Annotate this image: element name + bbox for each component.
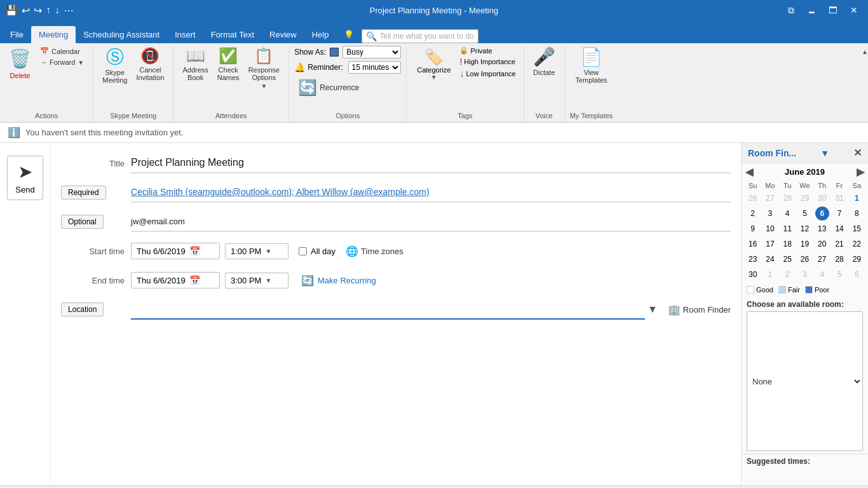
maximize-btn[interactable]: 🗖 — [824, 4, 843, 17]
address-book-button[interactable]: 📖 AddressBook — [179, 46, 212, 84]
cal-cell-1[interactable]: 1 — [850, 191, 864, 205]
check-names-button[interactable]: ✅ CheckNames — [214, 46, 243, 84]
delete-button[interactable]: 🗑️ Delete — [5, 46, 35, 82]
cal-cell-18[interactable]: 18 — [780, 237, 794, 251]
cal-cell-9[interactable]: 9 — [746, 222, 760, 236]
make-recurring-button[interactable]: 🔄 Make Recurring — [301, 274, 376, 287]
recurrence-button[interactable]: 🔄 Recurrence — [294, 76, 363, 99]
cal-cell-2b[interactable]: 2 — [780, 268, 794, 281]
cal-cell-26b[interactable]: 26 — [797, 252, 811, 266]
cal-cell-17[interactable]: 17 — [763, 237, 777, 251]
redo-icon[interactable]: ↪ — [34, 4, 42, 17]
cal-cell-21[interactable]: 21 — [832, 237, 846, 251]
forward-button[interactable]: → Forward ▼ — [36, 57, 88, 67]
cal-cell-2[interactable]: 2 — [746, 207, 760, 220]
undo-icon[interactable]: ↩ — [22, 4, 30, 17]
search-placeholder[interactable]: Tell me what you want to do — [379, 32, 473, 41]
menu-help[interactable]: Help — [304, 26, 337, 43]
up-icon[interactable]: ↑ — [46, 4, 51, 16]
location-dropdown-icon[interactable]: ▼ — [648, 304, 658, 315]
cal-cell-30[interactable]: 30 — [815, 191, 829, 205]
cal-cell-25[interactable]: 25 — [780, 252, 794, 266]
cal-cell-13[interactable]: 13 — [815, 222, 829, 236]
optional-input[interactable]: jw@email.com — [131, 212, 731, 232]
cal-cell-12[interactable]: 12 — [797, 222, 811, 236]
cal-cell-23[interactable]: 23 — [746, 252, 760, 266]
menu-scheduling[interactable]: Scheduling Assistant — [76, 26, 167, 43]
panel-expand-icon[interactable]: ▼ — [820, 148, 829, 158]
cal-cell-11[interactable]: 11 — [780, 222, 794, 236]
cal-cell-3b[interactable]: 3 — [797, 268, 811, 281]
start-time-input[interactable]: 1:00 PM ▼ — [225, 243, 288, 259]
cal-cell-28b[interactable]: 28 — [832, 252, 846, 266]
cal-cell-31[interactable]: 31 — [832, 191, 846, 205]
location-input[interactable] — [131, 299, 645, 320]
menu-review[interactable]: Review — [262, 26, 304, 43]
cal-cell-29[interactable]: 29 — [797, 191, 811, 205]
cancel-invitation-button[interactable]: 📵 CancelInvitation — [132, 46, 168, 84]
cal-cell-1b[interactable]: 1 — [763, 268, 777, 281]
end-date-input[interactable]: Thu 6/6/2019 📅 — [131, 272, 220, 288]
room-finder-button[interactable]: 🏢 Room Finder — [668, 304, 731, 316]
menu-insert[interactable]: Insert — [167, 26, 203, 43]
cal-cell-30[interactable]: 30 — [746, 268, 760, 281]
show-as-dropdown[interactable]: Busy Free Tentative Out of Office — [342, 46, 401, 58]
cal-cell-14[interactable]: 14 — [832, 222, 846, 236]
location-button[interactable]: Location — [61, 302, 104, 316]
menu-file[interactable]: File — [3, 26, 31, 43]
cal-cell-19[interactable]: 19 — [797, 237, 811, 251]
optional-button[interactable]: Optional — [61, 215, 104, 229]
cal-cell-22[interactable]: 22 — [850, 237, 864, 251]
prev-month-button[interactable]: ◀ — [745, 166, 753, 178]
room-select[interactable]: None — [747, 311, 863, 451]
categorize-button[interactable]: 🏷️ Categorize ▼ — [412, 46, 456, 83]
high-importance-button[interactable]: ! High Importance — [457, 56, 518, 67]
end-time-input[interactable]: 3:00 PM ▼ — [225, 273, 288, 288]
cal-cell-4b[interactable]: 4 — [815, 268, 829, 281]
start-date-input[interactable]: Thu 6/6/2019 📅 — [131, 243, 220, 259]
save-icon[interactable]: 💾 — [5, 4, 18, 17]
cal-cell-3[interactable]: 3 — [763, 207, 777, 220]
reminder-dropdown[interactable]: 15 minutes None 5 minutes 30 minutes — [348, 61, 401, 74]
down-icon[interactable]: ↓ — [55, 4, 60, 16]
horizontal-scrollbar[interactable]: ◀ ▶ — [0, 485, 868, 488]
cal-cell-4[interactable]: 4 — [780, 207, 794, 220]
calendar-button[interactable]: 📅 Calendar — [36, 46, 88, 57]
low-importance-button[interactable]: ↓ Low Importance — [457, 68, 518, 79]
search-box[interactable]: 🔍 Tell me what you want to do — [362, 29, 478, 43]
cal-cell-15[interactable]: 15 — [850, 222, 864, 236]
cal-cell-16[interactable]: 16 — [746, 237, 760, 251]
cal-cell-27b[interactable]: 27 — [815, 252, 829, 266]
required-button[interactable]: Required — [61, 186, 106, 200]
cal-cell-29b[interactable]: 29 — [850, 252, 864, 266]
cal-cell-8[interactable]: 8 — [850, 207, 864, 220]
cal-cell-26[interactable]: 26 — [746, 191, 760, 205]
title-input[interactable]: Project Planning Meeting — [131, 153, 731, 173]
minimize-btn[interactable]: 🗕 — [802, 4, 821, 17]
cal-cell-24[interactable]: 24 — [763, 252, 777, 266]
view-templates-button[interactable]: 📄 ViewTemplates — [571, 46, 611, 86]
next-month-button[interactable]: ▶ — [857, 166, 864, 178]
response-options-button[interactable]: 📋 ResponseOptions ▼ — [245, 46, 284, 92]
cal-cell-5b[interactable]: 5 — [832, 268, 846, 281]
allday-checkbox[interactable] — [299, 247, 307, 255]
dictate-button[interactable]: 🎤 Dictate — [529, 46, 559, 79]
cal-cell-6b[interactable]: 6 — [850, 268, 864, 281]
send-button[interactable]: ➤ Send — [7, 156, 43, 200]
ribbon-collapse[interactable]: ▲ — [860, 46, 868, 122]
timezone-button[interactable]: 🌐 Time zones — [346, 245, 403, 257]
cal-cell-20[interactable]: 20 — [815, 237, 829, 251]
private-button[interactable]: 🔒 Private — [457, 46, 518, 55]
cal-cell-10[interactable]: 10 — [763, 222, 777, 236]
menu-meeting[interactable]: Meeting — [31, 26, 76, 43]
cal-cell-27[interactable]: 27 — [763, 191, 777, 205]
more-icon[interactable]: ⋯ — [64, 4, 74, 17]
menu-format-text[interactable]: Format Text — [203, 26, 262, 43]
cal-cell-28[interactable]: 28 — [780, 191, 794, 205]
skype-meeting-button[interactable]: Ⓢ SkypeMeeting — [98, 46, 131, 86]
cal-cell-7[interactable]: 7 — [832, 207, 846, 220]
restore-down-btn[interactable]: ⧉ — [783, 4, 799, 17]
cal-cell-5[interactable]: 5 — [797, 207, 811, 220]
panel-close-button[interactable]: ✕ — [853, 147, 862, 159]
cal-cell-6-selected[interactable]: 6 — [815, 207, 829, 220]
